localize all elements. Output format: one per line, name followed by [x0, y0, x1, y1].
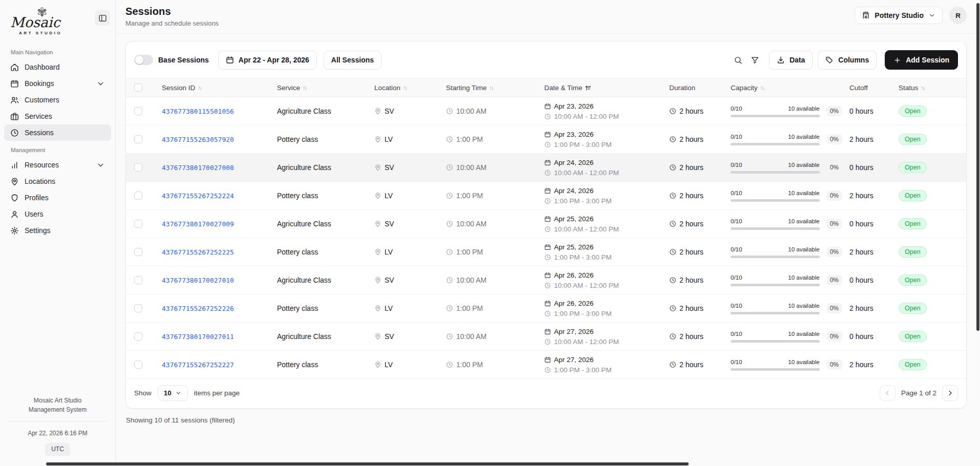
date-time-cell: Apr 25, 2026 1:00 PM - 3:00 PM	[537, 243, 662, 261]
row-checkbox[interactable]	[134, 332, 142, 341]
chevron-down-icon	[175, 390, 182, 396]
date-time-cell: Apr 24, 2026 10:00 AM - 12:00 PM	[537, 159, 662, 177]
clock-icon	[446, 361, 453, 368]
duration-value: 2 hours	[679, 361, 704, 369]
status-badge: Open	[899, 190, 927, 201]
sidebar-item-services[interactable]: Services	[4, 108, 111, 124]
session-id-link[interactable]: 437677380170027011	[162, 333, 234, 341]
sidebar-item-settings[interactable]: Settings	[4, 222, 111, 239]
table-row: 437677155267252227 Pottery class LV 1:00…	[126, 351, 966, 379]
column-header-starting-time[interactable]: Starting Time↑↓	[439, 84, 537, 92]
session-id-link[interactable]: 437677155267252225	[162, 248, 234, 256]
date-time-cell: Apr 27, 2026 10:00 AM - 12:00 PM	[537, 328, 662, 346]
location-code: LV	[385, 361, 393, 369]
row-checkbox[interactable]	[134, 248, 142, 256]
all-sessions-button[interactable]: All Sessions	[324, 51, 381, 70]
session-time-range: 10:00 AM - 12:00 PM	[554, 225, 619, 233]
cutoff-value: 2 hours	[849, 135, 874, 143]
row-checkbox[interactable]	[134, 304, 142, 312]
clock-icon	[669, 277, 676, 284]
row-checkbox[interactable]	[134, 135, 142, 143]
starting-time-value: 10:00 AM	[456, 220, 486, 228]
capacity-percent-badge: 0%	[826, 247, 842, 257]
starting-time-cell: 1:00 PM	[439, 248, 537, 256]
sort-ascending-icon	[585, 84, 591, 91]
sort-icon: ↑↓	[403, 84, 407, 91]
session-id-link[interactable]: 437677155267252226	[162, 305, 234, 312]
base-sessions-toggle[interactable]	[134, 55, 153, 65]
column-header-status[interactable]: Status↑↓	[891, 84, 958, 92]
sidebar-item-resources[interactable]: Resources	[4, 157, 111, 173]
status-badge: Open	[899, 274, 927, 286]
cutoff-cell: 0 hours	[842, 332, 891, 341]
search-icon	[734, 56, 742, 65]
page-size-select[interactable]: 10	[158, 385, 188, 401]
clock-icon	[669, 108, 676, 115]
nav-section-label: Management	[4, 141, 111, 157]
filter-button[interactable]	[749, 54, 761, 66]
sidebar-item-bookings[interactable]: Bookings	[4, 75, 111, 92]
next-page-button[interactable]	[942, 385, 958, 401]
duration-cell: 2 hours	[662, 192, 723, 200]
status-badge: Open	[899, 246, 927, 258]
session-id-link[interactable]: 437677380170027008	[162, 164, 234, 172]
data-export-button[interactable]: Data	[769, 51, 813, 70]
page-header: Sessions Manage and schedule sessions Po…	[116, 0, 980, 34]
starting-time-value: 10:00 AM	[456, 332, 486, 341]
row-checkbox[interactable]	[134, 220, 142, 228]
starting-time-cell: 1:00 PM	[439, 135, 537, 143]
calendar-icon	[544, 131, 551, 138]
search-button[interactable]	[732, 54, 744, 66]
vertical-scrollbar[interactable]	[976, 3, 979, 331]
column-header-date-time[interactable]: Date & Time	[537, 84, 662, 92]
users-icon	[10, 96, 19, 104]
duration-cell: 2 hours	[662, 220, 723, 228]
column-header-service[interactable]: Service↑↓	[270, 84, 367, 92]
sidebar-item-profiles[interactable]: Profiles	[4, 189, 111, 206]
previous-page-button[interactable]	[880, 385, 896, 401]
service-name: Agriculture Class	[277, 163, 331, 172]
map-pin-icon	[374, 305, 381, 312]
row-checkbox[interactable]	[134, 276, 142, 284]
sidebar-item-locations[interactable]: Locations	[4, 173, 111, 189]
capacity-percent-badge: 0%	[826, 303, 842, 313]
sidebar-item-label: Bookings	[25, 79, 54, 88]
chevron-right-icon	[946, 389, 954, 397]
sidebar-collapse-button[interactable]	[95, 10, 110, 26]
studio-selector-button[interactable]: Pottery Studio	[855, 7, 943, 24]
select-all-checkbox[interactable]	[134, 83, 142, 92]
sidebar-item-users[interactable]: Users	[4, 206, 111, 222]
row-checkbox[interactable]	[134, 192, 142, 200]
logo-text: Mosaic	[10, 15, 62, 29]
row-checkbox[interactable]	[134, 163, 142, 172]
horizontal-scrollbar[interactable]	[46, 462, 689, 465]
map-pin-icon	[374, 136, 381, 143]
session-id-link[interactable]: 437677380170027009	[162, 220, 234, 228]
row-checkbox[interactable]	[134, 361, 142, 369]
sidebar-item-customers[interactable]: Customers	[4, 92, 111, 108]
clock-icon	[544, 367, 551, 373]
capacity-progress-bar	[731, 171, 820, 174]
add-session-button[interactable]: Add Session	[885, 50, 958, 70]
columns-button[interactable]: Columns	[818, 51, 877, 70]
session-id-link[interactable]: 437677155267252227	[162, 361, 234, 369]
date-range-button[interactable]: Apr 22 - Apr 28, 2026	[218, 51, 317, 70]
avatar[interactable]: R	[949, 7, 967, 24]
location-cell: LV	[367, 192, 439, 200]
column-header-session-id[interactable]: Session ID↑↓	[155, 84, 270, 92]
session-id-link[interactable]: 437677155263057920	[162, 136, 234, 143]
clock-icon	[669, 164, 676, 171]
sidebar-item-label: Profiles	[25, 194, 49, 202]
status-cell: Open	[891, 190, 958, 201]
session-id-link[interactable]: 437677155267252224	[162, 192, 234, 200]
sidebar-item-sessions[interactable]: Sessions	[4, 124, 111, 141]
session-id-link[interactable]: 437677380170027010	[162, 277, 234, 284]
session-id-link[interactable]: 437677380115501056	[162, 108, 234, 115]
column-header-capacity[interactable]: Capacity↑↓	[723, 84, 842, 92]
logo-subtext: ART STUDIO	[19, 31, 62, 35]
session-id-cell: 437677380170027010	[155, 277, 270, 284]
row-checkbox[interactable]	[134, 107, 142, 115]
column-header-location[interactable]: Location↑↓	[367, 84, 439, 92]
sidebar-item-dashboard[interactable]: Dashboard	[4, 59, 111, 75]
duration-value: 2 hours	[679, 163, 704, 172]
